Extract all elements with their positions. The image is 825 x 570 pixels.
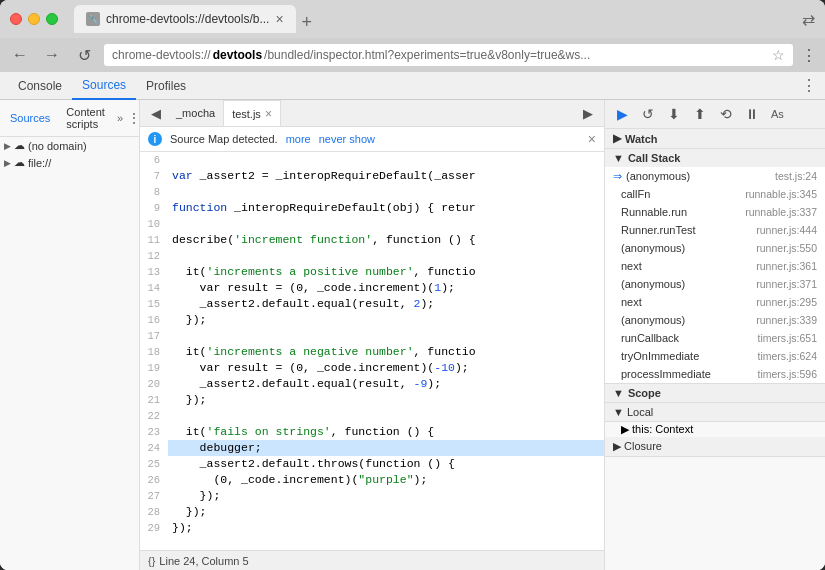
bookmark-star-icon[interactable]: ☆ [772, 47, 785, 63]
stack-fn-name: (anonymous) [621, 312, 756, 328]
line-number[interactable]: 27 [140, 488, 168, 504]
new-tab-button[interactable]: + [296, 12, 319, 33]
line-number[interactable]: 7 [140, 168, 168, 184]
stack-item[interactable]: callFnrunnable.js:345 [605, 185, 825, 203]
sidebar-more-button[interactable]: » [117, 112, 123, 124]
line-number[interactable]: 23 [140, 424, 168, 440]
tab-close-button[interactable]: × [275, 11, 283, 27]
file-tab-nav-left[interactable]: ◀ [144, 101, 168, 125]
scope-closure-header[interactable]: ▶ Closure [605, 437, 825, 457]
maximize-button[interactable] [46, 13, 58, 25]
back-button[interactable]: ← [8, 43, 32, 67]
line-number[interactable]: 11 [140, 232, 168, 248]
watch-header[interactable]: ▶ Watch [605, 129, 825, 148]
stack-item[interactable]: nextrunner.js:361 [605, 257, 825, 275]
code-line: 13 it('increments a positive number', fu… [140, 264, 604, 280]
deactivate-breakpoints-button[interactable]: ⟲ [715, 103, 737, 125]
sourcemap-more-link[interactable]: more [286, 133, 311, 145]
stack-item[interactable]: runCallbacktimers.js:651 [605, 329, 825, 347]
line-number[interactable]: 13 [140, 264, 168, 280]
code-line: 27 }); [140, 488, 604, 504]
stack-fn-name: (anonymous) [621, 276, 756, 292]
stack-item[interactable]: nextrunner.js:295 [605, 293, 825, 311]
nav-profiles[interactable]: Profiles [136, 72, 196, 100]
pause-on-exceptions-button[interactable]: ⏸ [741, 103, 763, 125]
stack-item[interactable]: Runner.runTestrunner.js:444 [605, 221, 825, 239]
step-over-button[interactable]: ↺ [637, 103, 659, 125]
line-content: function _interopRequireDefault(obj) { r… [168, 200, 604, 216]
stack-item[interactable]: tryOnImmediatetimers.js:624 [605, 347, 825, 365]
line-number[interactable]: 6 [140, 152, 168, 168]
test-tab-close-icon[interactable]: × [265, 107, 272, 121]
code-line: 21 }); [140, 392, 604, 408]
stack-item[interactable]: (anonymous)runner.js:371 [605, 275, 825, 293]
step-out-button[interactable]: ⬆ [689, 103, 711, 125]
tree-item-file[interactable]: ▶ ☁ file:// [0, 154, 139, 171]
line-number[interactable]: 20 [140, 376, 168, 392]
line-number[interactable]: 9 [140, 200, 168, 216]
minimize-button[interactable] [28, 13, 40, 25]
line-content: }); [168, 312, 604, 328]
line-number[interactable]: 12 [140, 248, 168, 264]
call-stack-list: ⇒ (anonymous)test.js:24callFnrunnable.js… [605, 167, 825, 383]
browser-tab[interactable]: 🔧 chrome-devtools://devtools/b... × [74, 5, 296, 33]
browser-more-icon[interactable]: ⋮ [801, 46, 817, 65]
line-number[interactable]: 22 [140, 408, 168, 424]
step-into-button[interactable]: ⬇ [663, 103, 685, 125]
scope-this-item[interactable]: ▶ this: Context [605, 422, 825, 437]
stack-item[interactable]: ⇒ (anonymous)test.js:24 [605, 167, 825, 185]
devtools-nav-settings-icon[interactable]: ⋮ [801, 76, 817, 95]
sourcemap-never-show-link[interactable]: never show [319, 133, 375, 145]
line-content: var result = (0, _code.increment)(-10); [168, 360, 604, 376]
forward-button[interactable]: → [40, 43, 64, 67]
file-tab-mocha[interactable]: _mocha [168, 100, 223, 126]
line-number[interactable]: 16 [140, 312, 168, 328]
file-tab-nav-right[interactable]: ▶ [576, 101, 600, 125]
refresh-button[interactable]: ↺ [72, 43, 96, 67]
tree-label-no-domain: (no domain) [28, 140, 87, 152]
line-number[interactable]: 14 [140, 280, 168, 296]
nav-sources[interactable]: Sources [72, 72, 136, 100]
resume-button[interactable]: ▶ [611, 103, 633, 125]
right-panel: ▶ ↺ ⬇ ⬆ ⟲ ⏸ As ▶ Watch ▼ Call Stack [605, 100, 825, 570]
sidebar-tab-content-scripts[interactable]: Content scripts [60, 102, 111, 134]
devtools-body: Sources Content scripts » ⋮ ▶ ☁ (no doma… [0, 100, 825, 570]
scope-local-header[interactable]: ▼ Local [605, 403, 825, 422]
left-sidebar: Sources Content scripts » ⋮ ▶ ☁ (no doma… [0, 100, 140, 570]
nav-console[interactable]: Console [8, 72, 72, 100]
line-number[interactable]: 18 [140, 344, 168, 360]
stack-item[interactable]: processImmediatetimers.js:596 [605, 365, 825, 383]
line-number[interactable]: 24 [140, 440, 168, 456]
stack-fn-name: next [621, 294, 756, 310]
close-button[interactable] [10, 13, 22, 25]
tree-item-no-domain[interactable]: ▶ ☁ (no domain) [0, 137, 139, 154]
debug-toolbar: ▶ ↺ ⬇ ⬆ ⟲ ⏸ As [605, 100, 825, 129]
code-line: 8 [140, 184, 604, 200]
call-stack-header[interactable]: ▼ Call Stack [605, 149, 825, 167]
scope-header[interactable]: ▼ Scope [605, 384, 825, 403]
code-area[interactable]: 67var _assert2 = _interopRequireDefault(… [140, 152, 604, 550]
line-number[interactable]: 19 [140, 360, 168, 376]
line-number[interactable]: 25 [140, 456, 168, 472]
code-line: 9function _interopRequireDefault(obj) { … [140, 200, 604, 216]
line-number[interactable]: 15 [140, 296, 168, 312]
url-box[interactable]: chrome-devtools://devtools/bundled/inspe… [104, 44, 793, 66]
scope-arrow-icon: ▼ [613, 387, 624, 399]
sidebar-tab-sources[interactable]: Sources [4, 108, 56, 128]
title-bar-settings[interactable]: ⇄ [802, 10, 815, 29]
sourcemap-close-icon[interactable]: × [588, 131, 596, 147]
line-number[interactable]: 21 [140, 392, 168, 408]
line-number[interactable]: 17 [140, 328, 168, 344]
line-number[interactable]: 26 [140, 472, 168, 488]
stack-item[interactable]: Runnable.runrunnable.js:337 [605, 203, 825, 221]
line-number[interactable]: 29 [140, 520, 168, 536]
line-number[interactable]: 8 [140, 184, 168, 200]
line-number[interactable]: 10 [140, 216, 168, 232]
line-number[interactable]: 28 [140, 504, 168, 520]
stack-item[interactable]: (anonymous)runner.js:339 [605, 311, 825, 329]
sidebar-tools-icon[interactable]: ⋮ [127, 108, 141, 128]
line-content: _assert2.default.equal(result, 2); [168, 296, 604, 312]
file-tab-test[interactable]: test.js × [223, 100, 281, 126]
stack-item[interactable]: (anonymous)runner.js:550 [605, 239, 825, 257]
stack-fn-name: (anonymous) [621, 240, 756, 256]
